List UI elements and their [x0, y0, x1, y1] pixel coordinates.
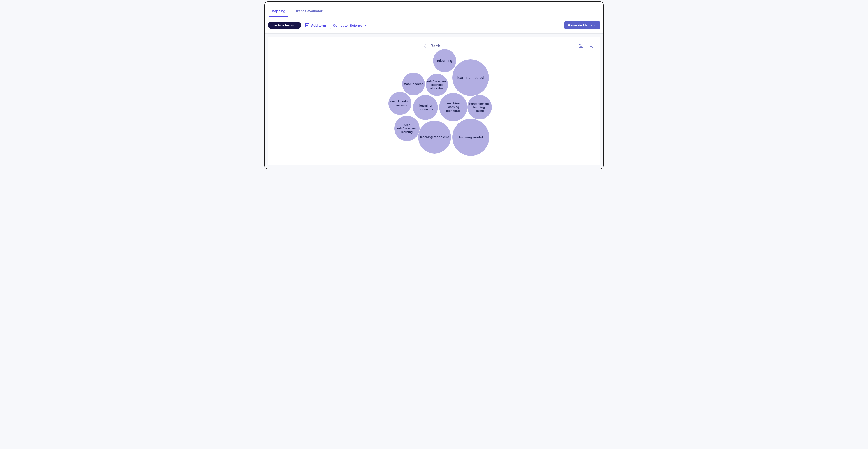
back-button[interactable]: Back — [424, 43, 440, 49]
bubble-label: machinedeep — [403, 82, 424, 86]
bubble-label: learning model — [459, 135, 483, 139]
toolbar: machine learning + Add term Computer Sci… — [265, 17, 603, 34]
bubble-label: learning technique — [420, 135, 449, 139]
bubble-label: deep reinforcement learning — [396, 123, 418, 134]
generate-mapping-label: Generate Mapping — [568, 24, 597, 27]
bubble-deep-reinforcement-learning[interactable]: deep reinforcement learning — [394, 116, 420, 141]
bubble-reinforcement-learning-algorithm[interactable]: reinforcement learning algorithm — [426, 74, 448, 96]
term-chip-label: machine learning — [272, 24, 298, 27]
plus-icon: + — [305, 23, 309, 27]
bubble-label: learning framework — [415, 103, 436, 111]
add-term-button[interactable]: + Add term — [305, 23, 326, 27]
bubble-reinforcement-learning-based[interactable]: reinforcement-learning-based — [467, 95, 492, 119]
bubble-learning-framework[interactable]: learning framework — [413, 95, 438, 120]
bubble-learning-model[interactable]: learning model — [452, 119, 489, 156]
bubble-relearning[interactable]: relearning — [433, 49, 456, 72]
bubble-label: reinforcement-learning-based — [469, 102, 490, 113]
back-label: Back — [430, 44, 440, 49]
bubble-learning-technique[interactable]: learning technique — [418, 121, 451, 153]
generate-mapping-button[interactable]: Generate Mapping — [564, 21, 600, 29]
bubble-machine-learning-technique[interactable]: machine learning technique — [439, 93, 467, 121]
bubble-label: relearning — [437, 59, 452, 63]
bubble-label: learning method — [458, 76, 484, 80]
app-window: Mapping Trends evaluator machine learnin… — [265, 2, 603, 169]
bubble-learning-method[interactable]: learning method — [452, 59, 489, 96]
bubble-label: machine learning technique — [441, 101, 466, 113]
download-icon[interactable] — [588, 43, 593, 49]
tab-label: Trends evaluator — [296, 9, 322, 13]
category-select[interactable]: Computer Science — [330, 22, 369, 29]
save-to-folder-icon[interactable] — [579, 43, 583, 49]
bubble-label: deep learning framework — [390, 100, 410, 107]
bubble-machinedeep[interactable]: machinedeep — [402, 73, 425, 95]
tab-mapping[interactable]: Mapping — [270, 6, 287, 17]
canvas: Back relearning learning method reinforc… — [268, 37, 600, 166]
tab-trends-evaluator[interactable]: Trends evaluator — [294, 6, 324, 17]
canvas-wrap: Back relearning learning method reinforc… — [265, 34, 603, 169]
bubble-deep-learning-framework[interactable]: deep learning framework — [389, 92, 411, 115]
toolbar-left: machine learning + Add term Computer Sci… — [268, 22, 369, 29]
arrow-left-icon — [424, 43, 429, 49]
bubble-label: reinforcement learning algorithm — [427, 80, 447, 90]
term-chip[interactable]: machine learning — [268, 22, 301, 29]
category-selected-label: Computer Science — [333, 24, 363, 27]
canvas-actions — [579, 43, 593, 49]
tabs: Mapping Trends evaluator — [265, 6, 603, 17]
tab-label: Mapping — [272, 9, 285, 13]
add-term-label: Add term — [311, 24, 326, 27]
